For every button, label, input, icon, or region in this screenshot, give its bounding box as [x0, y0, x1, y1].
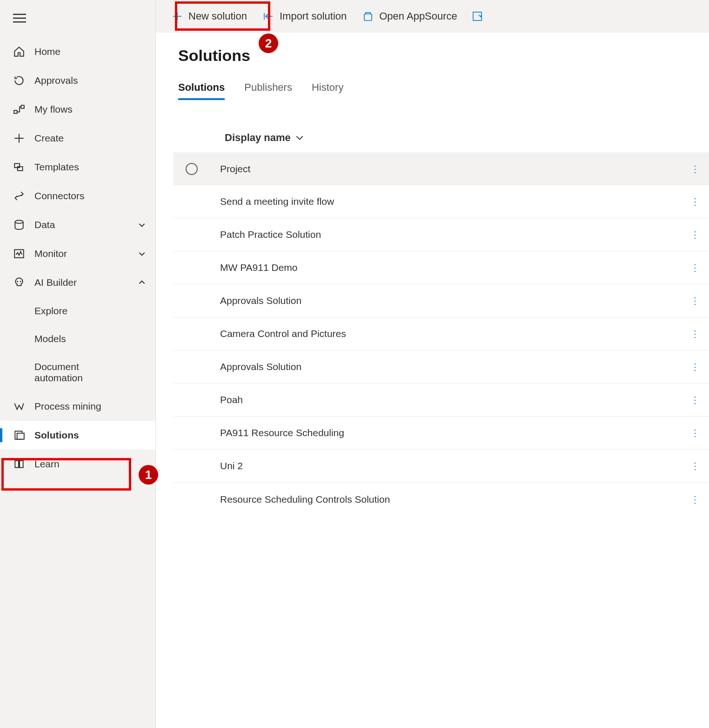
home-icon: [13, 46, 25, 58]
content-area: Solutions Solutions Publishers History D…: [156, 33, 709, 728]
solution-name[interactable]: Uni 2: [220, 460, 243, 472]
table-row[interactable]: MW PA911 Demo ⋮: [174, 251, 709, 284]
row-more-menu[interactable]: ⋮: [690, 163, 701, 175]
import-icon: [263, 11, 274, 22]
tab-publishers[interactable]: Publishers: [244, 81, 292, 100]
button-label: New solution: [188, 10, 247, 22]
solution-name[interactable]: Poah: [220, 394, 243, 405]
tab-history[interactable]: History: [312, 81, 343, 100]
solution-name[interactable]: Send a meeting invite flow: [220, 196, 334, 207]
table-row[interactable]: Uni 2 ⋮: [174, 450, 709, 483]
learn-icon: [13, 458, 25, 470]
column-header-label: Display name: [225, 132, 291, 144]
table-row[interactable]: Approvals Solution ⋮: [174, 284, 709, 317]
svg-rect-3: [14, 110, 17, 114]
chevron-down-icon: [138, 249, 146, 258]
solution-name[interactable]: Approvals Solution: [220, 295, 301, 306]
publish-icon: [471, 11, 483, 22]
solution-name[interactable]: MW PA911 Demo: [220, 262, 298, 273]
sidebar-item-label: AI Builder: [34, 277, 77, 288]
sidebar-item-ai-builder[interactable]: AI Builder: [0, 268, 155, 297]
sidebar-item-label: Home: [34, 46, 60, 57]
templates-icon: [13, 161, 25, 173]
open-appsource-button[interactable]: Open AppSource: [356, 7, 464, 26]
hamburger-menu[interactable]: [0, 8, 155, 37]
monitor-icon: [13, 248, 25, 260]
row-more-menu[interactable]: ⋮: [690, 196, 701, 207]
publish-all-button[interactable]: [467, 7, 488, 26]
plus-icon: [13, 132, 25, 144]
sidebar-item-connectors[interactable]: Connectors: [0, 182, 155, 210]
hamburger-icon: [13, 13, 26, 23]
button-label: Import solution: [280, 10, 347, 22]
table-row[interactable]: Poah ⋮: [174, 384, 709, 417]
row-more-menu[interactable]: ⋮: [690, 295, 701, 306]
chevron-down-icon: [138, 221, 146, 229]
sidebar-item-approvals[interactable]: Approvals: [0, 66, 155, 95]
table-row[interactable]: Send a meeting invite flow ⋮: [174, 185, 709, 218]
column-header-display-name[interactable]: Display name: [178, 126, 709, 152]
solution-name[interactable]: Camera Control and Pictures: [220, 328, 346, 339]
solution-name[interactable]: Project: [220, 163, 250, 175]
sidebar-item-label: Explore: [34, 305, 67, 317]
row-more-menu[interactable]: ⋮: [690, 361, 701, 372]
main-content: New solution Import solution Open AppSou…: [156, 0, 709, 728]
table-row[interactable]: Project ⋮: [174, 152, 709, 185]
svg-point-12: [20, 281, 21, 282]
solutions-icon: [13, 429, 25, 441]
table-row[interactable]: PA911 Resource Scheduling ⋮: [174, 417, 709, 450]
process-mining-icon: [13, 400, 25, 412]
table-row[interactable]: Approvals Solution ⋮: [174, 351, 709, 384]
row-more-menu[interactable]: ⋮: [690, 427, 701, 438]
table-row[interactable]: Resource Scheduling Controls Solution ⋮: [174, 483, 709, 516]
sidebar-item-document-automation[interactable]: Document automation: [0, 353, 155, 392]
sidebar-item-label: Create: [34, 133, 64, 144]
new-solution-button[interactable]: New solution: [165, 7, 254, 26]
annotation-callout-1: 1: [139, 465, 158, 485]
chevron-down-icon: [295, 135, 304, 141]
appsource-icon: [362, 11, 374, 22]
sidebar-item-create[interactable]: Create: [0, 124, 155, 153]
svg-rect-4: [21, 105, 24, 108]
solution-name[interactable]: Approvals Solution: [220, 361, 301, 372]
tab-solutions[interactable]: Solutions: [178, 81, 225, 100]
approvals-icon: [13, 74, 25, 87]
connectors-icon: [13, 190, 25, 202]
ai-builder-icon: [13, 276, 25, 289]
row-more-menu[interactable]: ⋮: [690, 460, 701, 472]
sidebar-item-learn[interactable]: Learn: [0, 450, 155, 479]
table-row[interactable]: Camera Control and Pictures ⋮: [174, 317, 709, 351]
sidebar-item-label: Models: [34, 333, 66, 344]
table-row[interactable]: Patch Practice Solution ⋮: [174, 218, 709, 251]
svg-point-11: [17, 281, 18, 282]
sidebar-item-monitor[interactable]: Monitor: [0, 239, 155, 268]
solution-name[interactable]: Resource Scheduling Controls Solution: [220, 494, 390, 505]
sidebar-item-templates[interactable]: Templates: [0, 153, 155, 182]
sidebar-item-process-mining[interactable]: Process mining: [0, 392, 155, 421]
row-more-menu[interactable]: ⋮: [690, 262, 701, 273]
row-more-menu[interactable]: ⋮: [690, 494, 701, 505]
sidebar-item-home[interactable]: Home: [0, 37, 155, 66]
solution-name[interactable]: Patch Practice Solution: [220, 229, 321, 240]
import-solution-button[interactable]: Import solution: [256, 7, 353, 26]
sidebar-item-label: Templates: [34, 162, 79, 173]
sidebar-item-explore[interactable]: Explore: [0, 297, 155, 325]
sidebar-item-solutions[interactable]: Solutions: [0, 421, 155, 450]
row-more-menu[interactable]: ⋮: [690, 394, 701, 405]
row-more-menu[interactable]: ⋮: [690, 328, 701, 339]
chevron-up-icon: [138, 278, 146, 287]
sidebar-item-label: Connectors: [34, 190, 84, 202]
sidebar-item-models[interactable]: Models: [0, 325, 155, 353]
flows-icon: [13, 103, 25, 115]
sidebar-item-label: Data: [34, 219, 55, 230]
database-icon: [13, 219, 25, 231]
row-more-menu[interactable]: ⋮: [690, 229, 701, 240]
tabs: Solutions Publishers History: [178, 81, 709, 100]
sidebar-item-my-flows[interactable]: My flows: [0, 95, 155, 124]
sidebar-item-data[interactable]: Data: [0, 210, 155, 239]
annotation-callout-2: 2: [259, 34, 278, 53]
svg-rect-14: [17, 433, 24, 439]
solution-name[interactable]: PA911 Resource Scheduling: [220, 427, 344, 438]
toolbar: New solution Import solution Open AppSou…: [156, 0, 709, 33]
row-select-radio[interactable]: [186, 163, 198, 175]
